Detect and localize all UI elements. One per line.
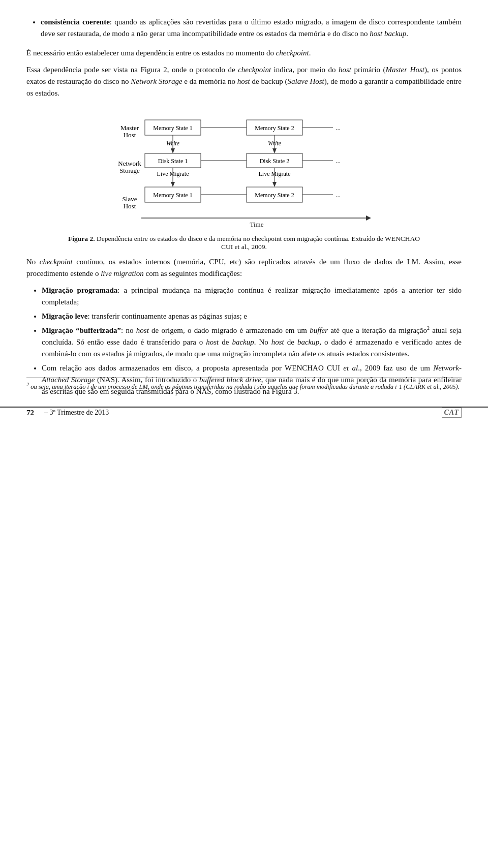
svg-text:Slave: Slave (123, 195, 137, 203)
figure-2-container: Master Host Network Storage Slave Host M… (26, 109, 462, 251)
para-checkpoint-continuo: No checkpoint contínuo, os estados inter… (26, 256, 462, 280)
svg-text:...: ... (336, 191, 341, 199)
footer-logo: CAT (442, 408, 462, 418)
svg-text:...: ... (336, 157, 341, 165)
svg-marker-7 (366, 215, 371, 221)
svg-text:Time: Time (250, 221, 264, 228)
figure-label: Figura 2. (68, 235, 95, 242)
bullet-migracao-leve: Migração leve: transferir continuamente … (42, 311, 462, 322)
svg-text:Storage: Storage (119, 167, 140, 174)
italic-host-backup: host backup (370, 29, 406, 38)
bullet-migracao-bufferizada: Migração “bufferizada”: no host de orige… (42, 324, 462, 360)
svg-text:Host: Host (124, 202, 136, 210)
svg-marker-18 (272, 148, 277, 153)
svg-text:Memory State 2: Memory State 2 (255, 125, 294, 132)
svg-marker-29 (272, 182, 277, 187)
svg-marker-27 (171, 182, 175, 187)
bullet-migracao-programada: Migração programada: a principal mudança… (42, 285, 462, 308)
svg-text:Memory State 2: Memory State 2 (255, 192, 294, 199)
figure-2-caption: Figura 2. Dependência entre os estados d… (66, 235, 422, 251)
svg-text:Memory State 1: Memory State 1 (153, 125, 192, 132)
footnote-text: 2 ou seja, uma iteração i de um processo… (26, 381, 462, 391)
para-figura2-desc: Essa dependência pode ser vista na Figur… (26, 64, 462, 100)
figure-caption-text: Dependência entre os estados do disco e … (97, 235, 420, 251)
footnote-area: 2 ou seja, uma iteração i de um processo… (26, 378, 462, 391)
page: consistência coerente: quando as aplicaç… (0, 0, 488, 432)
svg-text:Memory State 1: Memory State 1 (153, 192, 192, 199)
bold-consistency: consistência coerente (41, 18, 110, 26)
svg-text:...: ... (336, 124, 341, 132)
figure-2-diagram: Master Host Network Storage Slave Host M… (102, 109, 386, 231)
svg-text:Disk State 2: Disk State 2 (260, 158, 290, 165)
footer: 72 – 3º Trimestre de 2013 CAT (0, 407, 488, 418)
bullet-section-top: consistência coerente: quando as aplicaç… (26, 16, 462, 40)
footer-trimestre: – 3º Trimestre de 2013 (44, 409, 442, 417)
bullet-item-consistency: consistência coerente: quando as aplicaç… (41, 16, 462, 40)
svg-text:Master: Master (120, 124, 139, 132)
page-number: 72 (26, 409, 34, 417)
svg-marker-16 (171, 148, 175, 153)
svg-text:Network: Network (118, 160, 141, 167)
para-checkpoint-dependency: É necessário então estabelecer uma depen… (26, 47, 462, 59)
svg-text:Disk State 1: Disk State 1 (158, 158, 188, 165)
footnote-sup: 2 (26, 382, 29, 387)
svg-text:Host: Host (124, 131, 136, 139)
